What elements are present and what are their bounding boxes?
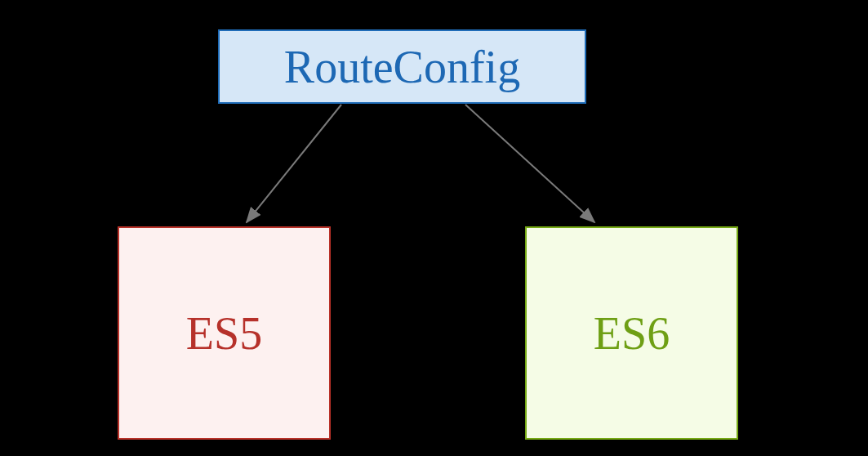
route-config-node: RouteConfig bbox=[218, 29, 586, 104]
arrow-left bbox=[247, 105, 341, 222]
es6-label: ES6 bbox=[594, 307, 670, 360]
es6-node: ES6 bbox=[525, 226, 738, 440]
route-config-label: RouteConfig bbox=[284, 41, 520, 93]
es5-node: ES5 bbox=[118, 226, 331, 440]
arrow-right bbox=[465, 105, 594, 222]
es5-label: ES5 bbox=[186, 307, 262, 360]
